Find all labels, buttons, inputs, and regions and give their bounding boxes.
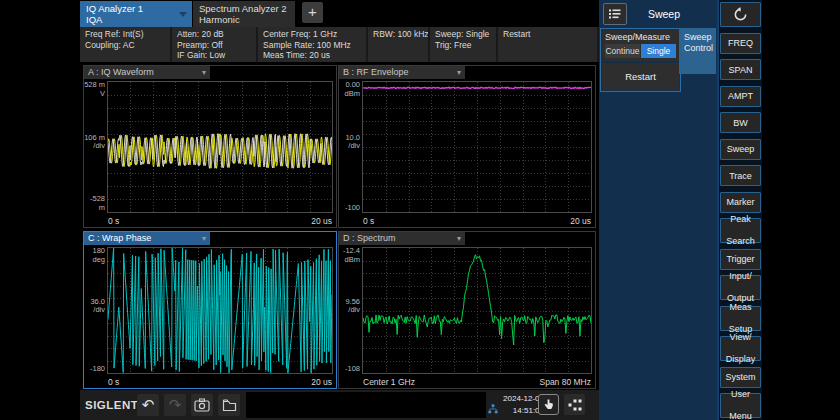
softkey-label: AMPT — [728, 91, 753, 101]
plot-area[interactable] — [362, 247, 592, 374]
sweep-option-continue[interactable]: Continue — [605, 44, 640, 58]
y-axis-perdiv-label: 36.0/div — [84, 298, 105, 315]
plot-area[interactable] — [107, 247, 333, 374]
panel-title: C : Wrap Phase — [88, 232, 151, 245]
waveform-panel-d[interactable]: D : Spectrum ▾ -12.4dBm 9.56/div -108 Ce… — [338, 231, 596, 389]
softkey-meas-setup[interactable]: MeasSetup — [720, 306, 761, 331]
settings-line: RBW: 100 kHz — [373, 29, 428, 40]
x-axis-left-label: 0 s — [108, 216, 119, 226]
softkey-bw[interactable]: BW — [720, 112, 761, 133]
x-axis-right-label: 20 us — [311, 216, 332, 226]
softkey-trigger[interactable]: Trigger — [720, 249, 761, 270]
screenshot-button[interactable] — [191, 394, 213, 416]
settings-line: Atten: 20 dB — [177, 29, 256, 40]
restart-button[interactable]: Restart — [602, 63, 679, 90]
tab-iq-analyzer[interactable]: IQ Analyzer 1 IQA — [80, 1, 192, 27]
settings-line: Sweep: Single — [435, 29, 496, 40]
tab-spectrum-analyzer[interactable]: Spectrum Analyzer 2 Harmonic — [193, 1, 295, 27]
sweep-control-tab[interactable]: Sweep Control — [679, 28, 716, 74]
x-axis-left-label: 0 s — [108, 377, 119, 387]
softkey-sweep[interactable]: Sweep — [720, 139, 761, 160]
settings-bar: Freq Ref: Int(S)Coupling: ACAtten: 20 dB… — [80, 27, 599, 62]
menu-icon[interactable] — [603, 3, 627, 25]
softkey-trace[interactable]: Trace — [720, 165, 761, 186]
y-axis-perdiv-label: 9.56/div — [339, 298, 360, 315]
softkey-view-display[interactable]: View/Display — [720, 336, 761, 361]
softkey-peak-search[interactable]: PeakSearch — [720, 218, 761, 243]
waveform-panel-b[interactable]: B : RF Envelope ▾ 0.00dBm 10.0/div -100 … — [338, 65, 596, 228]
y-axis-bottom-label: -528 m — [84, 195, 105, 212]
touch-hand-icon — [542, 398, 555, 411]
chevron-down-icon[interactable] — [179, 12, 187, 17]
softkey-column: FREQSPANAMPTBWSweepTraceMarkerPeakSearch… — [717, 0, 762, 420]
panel-title-bar[interactable]: A : IQ Waveform ▾ — [84, 66, 210, 79]
settings-group-2[interactable]: Atten: 20 dBPreamp: OffIF Gain: Low — [172, 27, 258, 62]
y-axis-perdiv-label: 106 m/div — [84, 134, 105, 151]
settings-group-5[interactable]: Sweep: SingleTrig: Free — [430, 27, 498, 62]
sweep-measure-block: Sweep/Measure ContinueSingle — [602, 30, 679, 61]
touch-mode-button[interactable] — [538, 394, 559, 415]
softkey-user-menu[interactable]: UserMenu — [720, 393, 761, 418]
entry-display[interactable] — [246, 392, 486, 418]
softkey-system[interactable]: System — [720, 367, 761, 388]
waveform-panel-c[interactable]: C : Wrap Phase ▾ 180deg 36.0/div -180 0 … — [83, 231, 337, 389]
panel-dropdown-icon[interactable]: ▾ — [457, 232, 461, 245]
x-axis-left-label: Center 1 GHz — [363, 377, 415, 387]
x-axis-left-label: 0 s — [363, 216, 374, 226]
softkey-marker[interactable]: Marker — [720, 192, 761, 213]
softkey-span[interactable]: SPAN — [720, 59, 761, 80]
y-axis-top-label: 0.00dBm — [339, 81, 360, 98]
softkey-label: Sweep — [727, 144, 755, 154]
panel-dropdown-icon[interactable]: ▾ — [202, 66, 206, 79]
settings-group-3[interactable]: Center Freq: 1 GHzSample Rate: 100 MHzMe… — [258, 27, 368, 62]
softkey-label: Input/ — [729, 271, 752, 282]
softkey-label: Trace — [729, 171, 752, 181]
tab-subtitle: IQA — [86, 14, 186, 25]
settings-line: Meas Time: 20 us — [263, 50, 366, 61]
settings-group-4[interactable]: RBW: 100 kHz — [368, 27, 430, 62]
softkey-ampt[interactable]: AMPT — [720, 86, 761, 107]
undo-button[interactable]: ↶ — [137, 394, 159, 416]
softkey-label: Trigger — [726, 254, 754, 264]
redo-button[interactable]: ↷ — [164, 394, 186, 416]
softkey-label: User — [731, 389, 750, 400]
panel-title-bar[interactable]: B : RF Envelope ▾ — [339, 66, 465, 79]
x-axis-right-label: Span 80 MHz — [540, 377, 592, 387]
softkey-label: BW — [733, 118, 748, 128]
bottom-toolbar: SIGLENT ↶ ↷ — [80, 390, 599, 420]
settings-line: Coupling: AC — [85, 40, 170, 51]
settings-line: Trig: Free — [435, 40, 496, 51]
softkey-freq[interactable]: FREQ — [720, 33, 761, 54]
trace-canvas — [363, 248, 591, 373]
panel-dropdown-icon[interactable]: ▾ — [457, 66, 461, 79]
plot-area[interactable] — [107, 81, 333, 213]
softkey-label: Meas — [729, 302, 751, 313]
preset-return-icon — [733, 7, 748, 22]
plot-area[interactable] — [362, 81, 592, 213]
file-button[interactable] — [218, 394, 240, 416]
x-axis-right-label: 20 us — [570, 216, 591, 226]
panel-dropdown-icon[interactable]: ▾ — [202, 232, 206, 245]
softkey-label: Menu — [729, 411, 752, 420]
screenshot-stage: IQ Analyzer 1 IQA Spectrum Analyzer 2 Ha… — [0, 0, 840, 420]
panel-title: B : RF Envelope — [343, 66, 409, 79]
settings-group-1[interactable]: Freq Ref: Int(S)Coupling: AC — [80, 27, 172, 62]
panel-title: D : Spectrum — [343, 232, 396, 245]
sweep-panel-header: Sweep — [599, 0, 717, 27]
menu-list-icon — [608, 7, 622, 21]
settings-group-6[interactable]: Restart — [498, 27, 599, 62]
trace-canvas — [108, 82, 332, 212]
apps-grid-icon — [568, 399, 582, 411]
panel-title-bar[interactable]: D : Spectrum ▾ — [339, 232, 465, 245]
softkey-label: View/ — [730, 332, 752, 343]
tab-subtitle: Harmonic — [199, 14, 289, 25]
add-tab-button[interactable]: + — [302, 2, 323, 23]
softkey-preset-return[interactable] — [720, 2, 761, 27]
panel-title-bar[interactable]: C : Wrap Phase ▾ — [84, 232, 210, 245]
waveform-panel-a[interactable]: A : IQ Waveform ▾ 528 mV 106 m/div -528 … — [83, 65, 337, 228]
sweep-option-single[interactable]: Single — [641, 44, 676, 58]
y-axis-bottom-label: -180 — [84, 365, 105, 374]
softkey-input-output[interactable]: Input/Output — [720, 275, 761, 300]
quick-access-button[interactable] — [564, 394, 585, 415]
lan-status-icon[interactable] — [488, 400, 498, 418]
